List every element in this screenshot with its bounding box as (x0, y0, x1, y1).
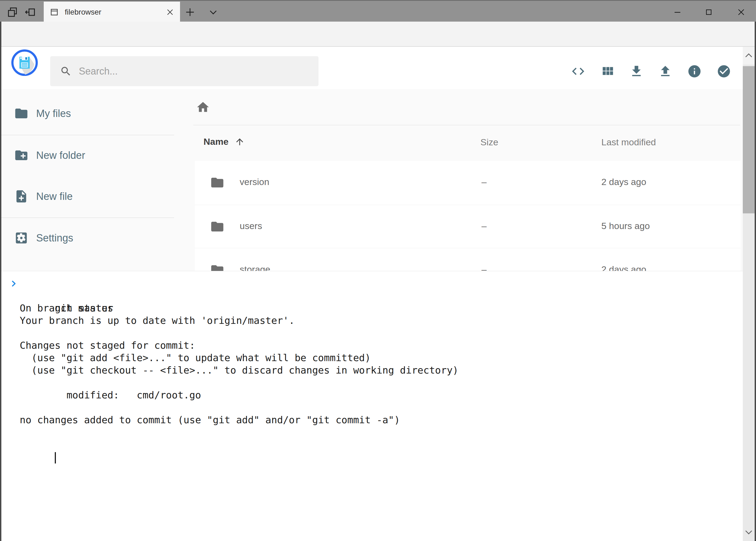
search-bar[interactable] (50, 56, 319, 86)
settings-icon (14, 231, 29, 245)
sidebar-item-label: Settings (36, 232, 73, 244)
terminal-command-line: git status (20, 277, 743, 289)
maximize-icon (705, 8, 713, 16)
file-modified: 5 hours ago (601, 221, 650, 231)
terminal-output-line (20, 401, 743, 414)
search-icon (60, 65, 72, 77)
tab-list-button[interactable] (207, 6, 220, 19)
sidebar-item-label: My files (36, 108, 71, 119)
chevron-down-icon (209, 8, 218, 17)
terminal-output-line: (use "git checkout -- <file>..." to disc… (20, 364, 743, 376)
terminal-command: git status (55, 302, 114, 313)
filebrowser-logo[interactable] (11, 49, 38, 76)
terminal-cursor-line (20, 439, 743, 451)
tabs-aside-icon (24, 6, 36, 18)
breadcrumb-divider (193, 125, 740, 125)
sidebar-item-settings[interactable]: Settings (0, 226, 174, 251)
folder-icon (210, 175, 225, 190)
terminal-output-line: (use "git add <file>..." to update what … (20, 352, 743, 364)
window-close-button[interactable] (730, 2, 752, 22)
scroll-down-button[interactable] (743, 523, 755, 541)
sidebar-item-new-file[interactable]: New file (0, 184, 174, 209)
window-border-left (0, 22, 1, 541)
grid-view-icon[interactable] (600, 64, 615, 79)
close-icon (737, 8, 745, 16)
file-row-version[interactable]: version – 2 days ago (195, 161, 741, 205)
vertical-scrollbar[interactable] (743, 47, 755, 541)
maximize-button[interactable] (698, 2, 720, 22)
new-tab-button[interactable] (183, 6, 196, 19)
download-icon[interactable] (629, 64, 644, 79)
listing-header: Name Size Last modified (195, 136, 741, 149)
file-row-users[interactable]: users – 5 hours ago (195, 205, 741, 248)
folder-icon (14, 106, 29, 121)
terminal-output-line: no changes added to commit (use "git add… (20, 414, 743, 426)
tab-preview-button[interactable] (6, 6, 19, 19)
page-favicon-icon (50, 8, 59, 17)
app-header (1, 47, 755, 89)
column-header-modified[interactable]: Last modified (601, 137, 656, 148)
browser-titlebar: filebrowser (0, 0, 756, 22)
text-cursor (55, 452, 56, 463)
tab-preview-icon (6, 6, 18, 18)
terminal-output-line: modified: cmd/root.go (20, 389, 743, 401)
sidebar-divider (0, 218, 174, 218)
minimize-icon (673, 8, 682, 16)
terminal-panel[interactable]: git status On branch master Your branch … (1, 271, 743, 541)
browser-navbar: ↻ filebrowser.web /files/ (0, 22, 756, 47)
search-input[interactable] (79, 66, 313, 77)
upload-icon[interactable] (658, 64, 672, 79)
sidebar-item-label: New file (36, 191, 73, 202)
file-modified: 2 days ago (601, 177, 646, 187)
prompt-chevron-icon (10, 279, 18, 288)
browser-window: filebrowser ↻ (0, 0, 756, 541)
tab-title: filebrowser (65, 8, 166, 16)
terminal-output-line: Your branch is up to date with 'origin/m… (20, 314, 743, 327)
sidebar-item-label: New folder (36, 150, 85, 161)
sidebar-divider (0, 135, 174, 135)
file-name: users (240, 221, 262, 231)
scroll-up-button[interactable] (743, 47, 755, 65)
sidebar-item-new-folder[interactable]: New folder (0, 143, 174, 168)
chevron-down-icon (744, 527, 753, 537)
set-tabs-aside-button[interactable] (24, 6, 37, 19)
column-header-size[interactable]: Size (480, 137, 498, 148)
folder-plus-icon (14, 148, 29, 163)
file-size: – (481, 221, 487, 231)
terminal-output-line (20, 327, 743, 339)
info-icon[interactable] (687, 64, 702, 79)
browser-tab[interactable]: filebrowser (44, 2, 180, 22)
sort-ascending-icon (235, 137, 245, 147)
file-size: – (481, 177, 487, 187)
file-plus-icon (14, 189, 29, 204)
window-border-right (755, 22, 756, 541)
terminal-output-line: On branch master (20, 302, 743, 314)
terminal-output-line (20, 289, 743, 302)
terminal-output-line: Changes not staged for commit: (20, 339, 743, 352)
folder-icon (210, 219, 225, 234)
plus-icon (185, 7, 195, 17)
breadcrumb-home-icon[interactable] (196, 100, 210, 114)
column-header-name[interactable]: Name (203, 136, 245, 147)
tab-close-icon[interactable] (166, 8, 174, 16)
chevron-up-icon (744, 51, 753, 60)
sidebar-item-my-files[interactable]: My files (0, 101, 174, 126)
scrollbar-thumb[interactable] (743, 66, 755, 214)
code-editor-icon[interactable] (571, 64, 586, 79)
terminal-output-line (20, 426, 743, 439)
file-name: version (240, 177, 269, 187)
minimize-button[interactable] (667, 2, 688, 22)
terminal-output-line (20, 376, 743, 389)
select-multiple-icon[interactable] (717, 64, 731, 79)
column-name-label: Name (203, 136, 229, 147)
